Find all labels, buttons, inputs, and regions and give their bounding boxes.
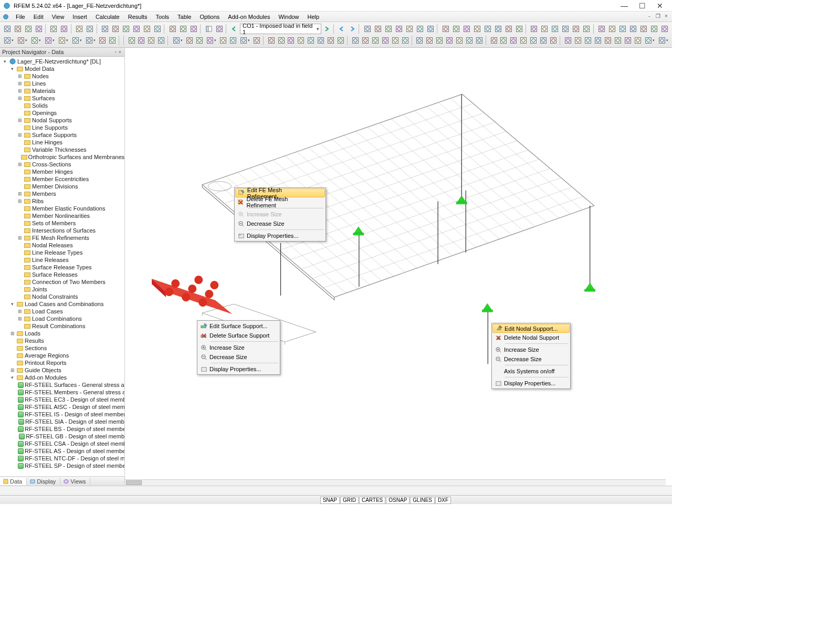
expander-icon[interactable] xyxy=(17,243,23,248)
tree-surface-releases[interactable]: Surface Releases xyxy=(0,271,124,278)
expander-icon[interactable]: ⊞ xyxy=(17,96,23,101)
result-tool-4-button[interactable] xyxy=(404,24,414,34)
tree-member-elastic-foundations[interactable]: Member Elastic Foundations xyxy=(0,205,124,212)
result-tool-26-button[interactable] xyxy=(649,24,659,34)
modify-tool-6-button[interactable]: ▾ xyxy=(238,35,251,46)
edit-tool-2-button[interactable] xyxy=(121,24,131,34)
tree-joints[interactable]: Joints xyxy=(0,286,124,293)
load-tool-6-button[interactable] xyxy=(326,35,335,46)
select-tool-10-button[interactable] xyxy=(455,35,464,46)
display-tool-8-button[interactable]: ▾ xyxy=(643,35,656,46)
expander-icon[interactable]: ▾ xyxy=(9,301,15,307)
tree-mod-rf-steel-ec-des[interactable]: RF-STEEL EC3 - Design of steel memb xyxy=(0,396,124,403)
select-tool-1-button[interactable] xyxy=(361,35,370,46)
tree-addon-modules[interactable]: ▾Add-on Modules xyxy=(0,374,124,381)
copy-tool-0-button[interactable] xyxy=(127,35,136,46)
result-tool-11-button[interactable] xyxy=(482,24,492,34)
menu-view[interactable]: View xyxy=(48,13,69,21)
navigator-tree[interactable]: ▾Lager_FE-Netzverdichtung* [DL]▾Model Da… xyxy=(0,57,124,476)
mdi-close-icon[interactable]: × xyxy=(663,13,670,20)
result-tool-0-button[interactable] xyxy=(362,24,372,34)
select-tool-16-button[interactable] xyxy=(519,35,528,46)
expander-icon[interactable] xyxy=(9,353,15,359)
menu-help[interactable]: Help xyxy=(303,13,324,21)
modify-tool-0-button[interactable]: ▾ xyxy=(171,35,184,46)
expander-icon[interactable] xyxy=(17,323,23,329)
tree-nodal-supports[interactable]: ⊞Nodal Supports xyxy=(0,117,124,124)
menu-edit[interactable]: Edit xyxy=(29,13,48,21)
tab-data[interactable]: Data xyxy=(0,478,27,485)
tree-solids[interactable]: Solids xyxy=(0,102,124,109)
print-button[interactable] xyxy=(75,24,85,34)
select-tool-4-button[interactable] xyxy=(391,35,400,46)
expander-icon[interactable] xyxy=(17,176,23,182)
expander-icon[interactable] xyxy=(17,206,23,212)
expander-icon[interactable]: ⊞ xyxy=(17,81,23,87)
modify-tool-1-button[interactable] xyxy=(185,35,194,46)
expander-icon[interactable] xyxy=(17,110,23,116)
view-tool-0-button[interactable] xyxy=(167,24,177,34)
save-all-button[interactable] xyxy=(34,24,44,34)
status-dxf[interactable]: DXF xyxy=(435,497,451,504)
expander-icon[interactable]: ⊞ xyxy=(17,316,23,322)
result-tool-23-button[interactable] xyxy=(618,24,628,34)
select-tool-19-button[interactable] xyxy=(549,35,558,46)
select-tool-17-button[interactable] xyxy=(529,35,538,46)
ctx-surf-decrease[interactable]: Decrease Size xyxy=(198,352,279,362)
tree-mod-rf-steel-sia-des[interactable]: RF-STEEL SIA - Design of steel memb xyxy=(0,418,124,425)
result-tool-14-button[interactable] xyxy=(514,24,524,34)
viewport-3d[interactable]: Edit FE Mesh Refinement... Delete FE Mes… xyxy=(125,48,672,486)
nav-fwd-button[interactable] xyxy=(347,24,357,34)
select-tool-5-button[interactable] xyxy=(401,35,410,46)
draw-tool-8-button[interactable] xyxy=(108,35,117,46)
expander-icon[interactable] xyxy=(17,140,23,145)
expander-icon[interactable] xyxy=(17,154,20,160)
expander-icon[interactable]: ⊞ xyxy=(9,331,15,337)
tree-connection-of-two-members[interactable]: Connection of Two Members xyxy=(0,278,124,286)
menu-tools[interactable]: Tools xyxy=(151,13,173,21)
viewport-scrollbar-h[interactable] xyxy=(125,479,666,486)
expander-icon[interactable] xyxy=(17,250,23,256)
expander-icon[interactable]: ▾ xyxy=(2,59,8,65)
menu-window[interactable]: Window xyxy=(274,13,303,21)
expander-icon[interactable] xyxy=(9,338,15,344)
tree-members[interactable]: ⊞Members xyxy=(0,190,124,197)
maximize-button[interactable]: ☐ xyxy=(633,1,651,11)
expander-icon[interactable] xyxy=(17,272,23,278)
toggle-panel-button[interactable] xyxy=(204,24,214,34)
expander-icon[interactable]: ⊞ xyxy=(17,74,23,79)
tree-mod-rf-steel-gb-desi[interactable]: RF-STEEL GB - Design of steel memb xyxy=(0,433,124,440)
tree-mod-rf-steel-csa-des[interactable]: RF-STEEL CSA - Design of steel memb xyxy=(0,440,124,447)
expander-icon[interactable] xyxy=(17,279,23,285)
edit-tool-1-button[interactable] xyxy=(110,24,120,34)
tab-views[interactable]: Views xyxy=(60,478,90,485)
tree-materials[interactable]: ⊞Materials xyxy=(0,87,124,94)
tree-surfaces[interactable]: ⊞Surfaces xyxy=(0,94,124,102)
loadcase-combo[interactable]: CO1 - Imposed load in field 1 xyxy=(240,24,321,34)
menu-addon[interactable]: Add-on Modules xyxy=(224,13,274,21)
tree-lines[interactable]: ⊞Lines xyxy=(0,80,124,87)
load-tool-4-button[interactable] xyxy=(306,35,316,46)
expander-icon[interactable] xyxy=(17,125,23,131)
ctx-edit-surface-support[interactable]: Edit Surface Support... xyxy=(198,321,279,331)
close-button[interactable]: ✕ xyxy=(651,1,669,11)
tree-nodal-constraints[interactable]: Nodal Constraints xyxy=(0,293,124,300)
expander-icon[interactable] xyxy=(17,257,23,263)
expander-icon[interactable] xyxy=(17,184,23,190)
tree-member-eccentricities[interactable]: Member Eccentricities xyxy=(0,175,124,183)
menu-calculate[interactable]: Calculate xyxy=(91,13,124,21)
draw-tool-5-button[interactable]: ▾ xyxy=(70,35,83,46)
expander-icon[interactable]: ⊞ xyxy=(9,368,15,373)
modify-tool-2-button[interactable] xyxy=(195,35,204,46)
select-tool-18-button[interactable] xyxy=(539,35,548,46)
expander-icon[interactable]: ⊞ xyxy=(17,235,23,241)
result-tool-22-button[interactable] xyxy=(607,24,617,34)
expander-icon[interactable]: ⊞ xyxy=(17,88,23,94)
tree-load-cases[interactable]: ⊞Load Cases xyxy=(0,308,124,315)
new-file-button[interactable] xyxy=(2,24,12,34)
modify-tool-7-button[interactable] xyxy=(252,35,261,46)
status-snap[interactable]: SNAP xyxy=(320,497,340,504)
tree-member-hinges[interactable]: Member Hinges xyxy=(0,168,124,175)
select-tool-8-button[interactable] xyxy=(435,35,444,46)
view-tool-1-button[interactable] xyxy=(178,24,188,34)
